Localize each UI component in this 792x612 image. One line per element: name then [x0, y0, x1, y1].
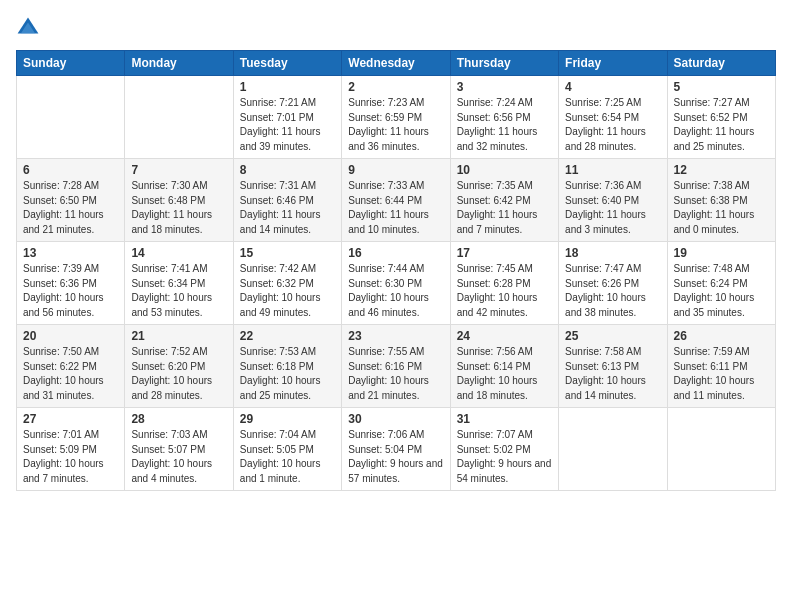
day-cell: 28Sunrise: 7:03 AM Sunset: 5:07 PM Dayli… [125, 408, 233, 491]
day-cell: 21Sunrise: 7:52 AM Sunset: 6:20 PM Dayli… [125, 325, 233, 408]
weekday-header-row: SundayMondayTuesdayWednesdayThursdayFrid… [17, 51, 776, 76]
weekday-header-thursday: Thursday [450, 51, 558, 76]
day-cell: 8Sunrise: 7:31 AM Sunset: 6:46 PM Daylig… [233, 159, 341, 242]
day-number: 9 [348, 163, 443, 177]
weekday-header-friday: Friday [559, 51, 667, 76]
day-cell: 12Sunrise: 7:38 AM Sunset: 6:38 PM Dayli… [667, 159, 775, 242]
day-cell: 4Sunrise: 7:25 AM Sunset: 6:54 PM Daylig… [559, 76, 667, 159]
day-cell: 2Sunrise: 7:23 AM Sunset: 6:59 PM Daylig… [342, 76, 450, 159]
day-number: 14 [131, 246, 226, 260]
day-info: Sunrise: 7:41 AM Sunset: 6:34 PM Dayligh… [131, 262, 226, 320]
day-cell: 25Sunrise: 7:58 AM Sunset: 6:13 PM Dayli… [559, 325, 667, 408]
day-cell: 3Sunrise: 7:24 AM Sunset: 6:56 PM Daylig… [450, 76, 558, 159]
day-number: 22 [240, 329, 335, 343]
day-info: Sunrise: 7:56 AM Sunset: 6:14 PM Dayligh… [457, 345, 552, 403]
day-info: Sunrise: 7:01 AM Sunset: 5:09 PM Dayligh… [23, 428, 118, 486]
day-number: 5 [674, 80, 769, 94]
day-number: 23 [348, 329, 443, 343]
day-info: Sunrise: 7:39 AM Sunset: 6:36 PM Dayligh… [23, 262, 118, 320]
day-info: Sunrise: 7:23 AM Sunset: 6:59 PM Dayligh… [348, 96, 443, 154]
week-row-2: 6Sunrise: 7:28 AM Sunset: 6:50 PM Daylig… [17, 159, 776, 242]
day-info: Sunrise: 7:30 AM Sunset: 6:48 PM Dayligh… [131, 179, 226, 237]
day-info: Sunrise: 7:24 AM Sunset: 6:56 PM Dayligh… [457, 96, 552, 154]
day-cell [559, 408, 667, 491]
week-row-1: 1Sunrise: 7:21 AM Sunset: 7:01 PM Daylig… [17, 76, 776, 159]
day-cell: 31Sunrise: 7:07 AM Sunset: 5:02 PM Dayli… [450, 408, 558, 491]
week-row-3: 13Sunrise: 7:39 AM Sunset: 6:36 PM Dayli… [17, 242, 776, 325]
day-info: Sunrise: 7:48 AM Sunset: 6:24 PM Dayligh… [674, 262, 769, 320]
day-number: 17 [457, 246, 552, 260]
weekday-header-wednesday: Wednesday [342, 51, 450, 76]
day-info: Sunrise: 7:27 AM Sunset: 6:52 PM Dayligh… [674, 96, 769, 154]
weekday-header-monday: Monday [125, 51, 233, 76]
day-info: Sunrise: 7:21 AM Sunset: 7:01 PM Dayligh… [240, 96, 335, 154]
day-info: Sunrise: 7:53 AM Sunset: 6:18 PM Dayligh… [240, 345, 335, 403]
page-header [16, 16, 776, 40]
day-number: 1 [240, 80, 335, 94]
day-number: 12 [674, 163, 769, 177]
day-cell: 9Sunrise: 7:33 AM Sunset: 6:44 PM Daylig… [342, 159, 450, 242]
day-cell: 18Sunrise: 7:47 AM Sunset: 6:26 PM Dayli… [559, 242, 667, 325]
day-number: 27 [23, 412, 118, 426]
week-row-4: 20Sunrise: 7:50 AM Sunset: 6:22 PM Dayli… [17, 325, 776, 408]
day-info: Sunrise: 7:38 AM Sunset: 6:38 PM Dayligh… [674, 179, 769, 237]
day-info: Sunrise: 7:03 AM Sunset: 5:07 PM Dayligh… [131, 428, 226, 486]
day-info: Sunrise: 7:06 AM Sunset: 5:04 PM Dayligh… [348, 428, 443, 486]
day-number: 13 [23, 246, 118, 260]
day-number: 28 [131, 412, 226, 426]
day-info: Sunrise: 7:45 AM Sunset: 6:28 PM Dayligh… [457, 262, 552, 320]
day-number: 18 [565, 246, 660, 260]
day-info: Sunrise: 7:31 AM Sunset: 6:46 PM Dayligh… [240, 179, 335, 237]
day-number: 2 [348, 80, 443, 94]
day-cell: 22Sunrise: 7:53 AM Sunset: 6:18 PM Dayli… [233, 325, 341, 408]
day-cell: 24Sunrise: 7:56 AM Sunset: 6:14 PM Dayli… [450, 325, 558, 408]
day-info: Sunrise: 7:55 AM Sunset: 6:16 PM Dayligh… [348, 345, 443, 403]
logo-icon [16, 16, 40, 40]
day-number: 20 [23, 329, 118, 343]
logo [16, 16, 44, 40]
day-cell [125, 76, 233, 159]
day-info: Sunrise: 7:58 AM Sunset: 6:13 PM Dayligh… [565, 345, 660, 403]
day-cell: 6Sunrise: 7:28 AM Sunset: 6:50 PM Daylig… [17, 159, 125, 242]
day-number: 30 [348, 412, 443, 426]
day-info: Sunrise: 7:04 AM Sunset: 5:05 PM Dayligh… [240, 428, 335, 486]
day-info: Sunrise: 7:44 AM Sunset: 6:30 PM Dayligh… [348, 262, 443, 320]
day-number: 29 [240, 412, 335, 426]
day-number: 8 [240, 163, 335, 177]
day-number: 3 [457, 80, 552, 94]
day-cell: 14Sunrise: 7:41 AM Sunset: 6:34 PM Dayli… [125, 242, 233, 325]
day-cell: 26Sunrise: 7:59 AM Sunset: 6:11 PM Dayli… [667, 325, 775, 408]
day-cell [667, 408, 775, 491]
day-info: Sunrise: 7:47 AM Sunset: 6:26 PM Dayligh… [565, 262, 660, 320]
day-cell: 29Sunrise: 7:04 AM Sunset: 5:05 PM Dayli… [233, 408, 341, 491]
day-number: 4 [565, 80, 660, 94]
day-info: Sunrise: 7:36 AM Sunset: 6:40 PM Dayligh… [565, 179, 660, 237]
calendar-table: SundayMondayTuesdayWednesdayThursdayFrid… [16, 50, 776, 491]
day-info: Sunrise: 7:52 AM Sunset: 6:20 PM Dayligh… [131, 345, 226, 403]
day-number: 16 [348, 246, 443, 260]
weekday-header-tuesday: Tuesday [233, 51, 341, 76]
day-number: 19 [674, 246, 769, 260]
day-number: 26 [674, 329, 769, 343]
day-number: 7 [131, 163, 226, 177]
weekday-header-sunday: Sunday [17, 51, 125, 76]
day-info: Sunrise: 7:59 AM Sunset: 6:11 PM Dayligh… [674, 345, 769, 403]
day-info: Sunrise: 7:35 AM Sunset: 6:42 PM Dayligh… [457, 179, 552, 237]
day-number: 15 [240, 246, 335, 260]
day-info: Sunrise: 7:50 AM Sunset: 6:22 PM Dayligh… [23, 345, 118, 403]
day-number: 10 [457, 163, 552, 177]
day-cell [17, 76, 125, 159]
day-cell: 5Sunrise: 7:27 AM Sunset: 6:52 PM Daylig… [667, 76, 775, 159]
week-row-5: 27Sunrise: 7:01 AM Sunset: 5:09 PM Dayli… [17, 408, 776, 491]
day-cell: 13Sunrise: 7:39 AM Sunset: 6:36 PM Dayli… [17, 242, 125, 325]
day-cell: 30Sunrise: 7:06 AM Sunset: 5:04 PM Dayli… [342, 408, 450, 491]
day-cell: 20Sunrise: 7:50 AM Sunset: 6:22 PM Dayli… [17, 325, 125, 408]
day-cell: 11Sunrise: 7:36 AM Sunset: 6:40 PM Dayli… [559, 159, 667, 242]
day-number: 31 [457, 412, 552, 426]
day-cell: 15Sunrise: 7:42 AM Sunset: 6:32 PM Dayli… [233, 242, 341, 325]
day-info: Sunrise: 7:33 AM Sunset: 6:44 PM Dayligh… [348, 179, 443, 237]
day-number: 6 [23, 163, 118, 177]
weekday-header-saturday: Saturday [667, 51, 775, 76]
day-cell: 7Sunrise: 7:30 AM Sunset: 6:48 PM Daylig… [125, 159, 233, 242]
day-number: 25 [565, 329, 660, 343]
